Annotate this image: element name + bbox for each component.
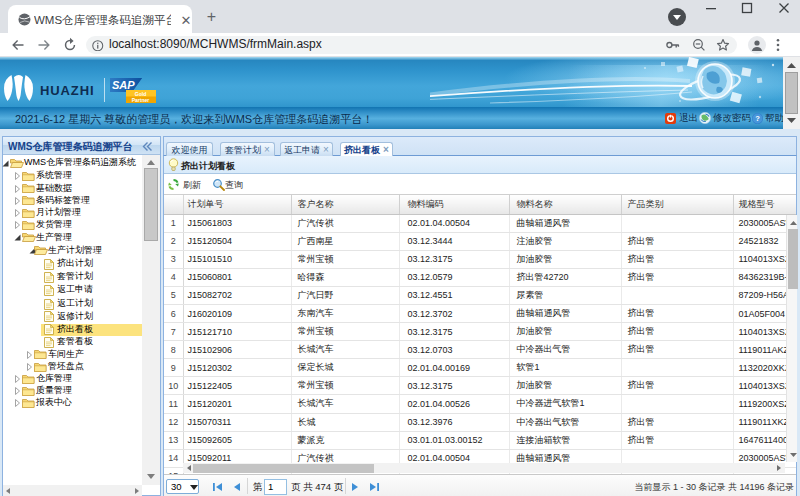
- svg-text:?: ?: [755, 114, 760, 123]
